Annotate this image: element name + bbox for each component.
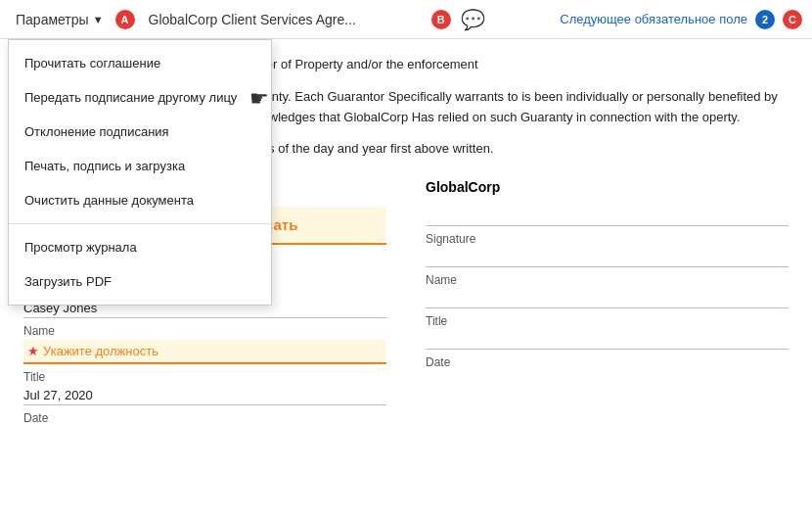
menu-item-clear[interactable]: Очистить данные документа [9,183,271,217]
menu-item-pdf[interactable]: Загрузить PDF [9,264,271,299]
badge-a: A [115,10,135,29]
title-label-2: Title [426,314,789,328]
menu-item-print[interactable]: Печать, подпись и загрузка [9,149,271,183]
globalcorp-title: GlobalCorp [426,179,789,195]
title-input[interactable]: ★ Укажите должность [23,340,386,364]
date-label: Date [23,411,386,425]
next-required-label[interactable]: Следующее обязательное поле [560,12,747,26]
globalcorp-date-field [426,330,789,350]
globalcorp-column: GlobalCorp Signature Name Title Date [426,179,789,427]
chat-icon[interactable]: 💬 [461,8,485,31]
badge-count-2: 2 [755,10,775,29]
header-right: Следующее обязательное поле 2 C [560,10,802,29]
date-value: Jul 27, 2020 [23,386,386,405]
header-center: B 💬 [356,8,560,31]
chevron-down-icon: ▼ [93,14,104,25]
dropdown-menu: Прочитать соглашение Передать подписание… [8,39,272,306]
date-label-2: Date [426,355,789,369]
title-required-star: ★ [27,344,39,358]
name-label: Name [23,324,386,338]
params-label: Параметры [16,12,89,27]
params-button[interactable]: Параметры ▼ [10,10,110,29]
name-label-2: Name [426,273,789,287]
menu-item-journal[interactable]: Просмотр журнала [9,230,271,264]
doc-title: GlobalCorp Client Services Agre... [149,12,356,27]
title-placeholder-text: Укажите должность [43,344,158,358]
globalcorp-title-field [426,289,789,308]
menu-item-decline[interactable]: Отклонение подписания [9,115,271,149]
header-left: Параметры ▼ A GlobalCorp Client Services… [10,10,356,29]
menu-item-read[interactable]: Прочитать соглашение [9,46,271,80]
title-label: Title [23,370,386,384]
badge-c: C [783,10,802,29]
menu-item-delegate[interactable]: Передать подписание другому лицу [9,80,271,115]
badge-b: B [431,10,451,29]
header: Параметры ▼ A GlobalCorp Client Services… [0,0,812,39]
sig-label-2: Signature [426,232,789,246]
globalcorp-sig-field [426,207,789,226]
divider [9,223,271,224]
globalcorp-name-field [426,248,789,267]
